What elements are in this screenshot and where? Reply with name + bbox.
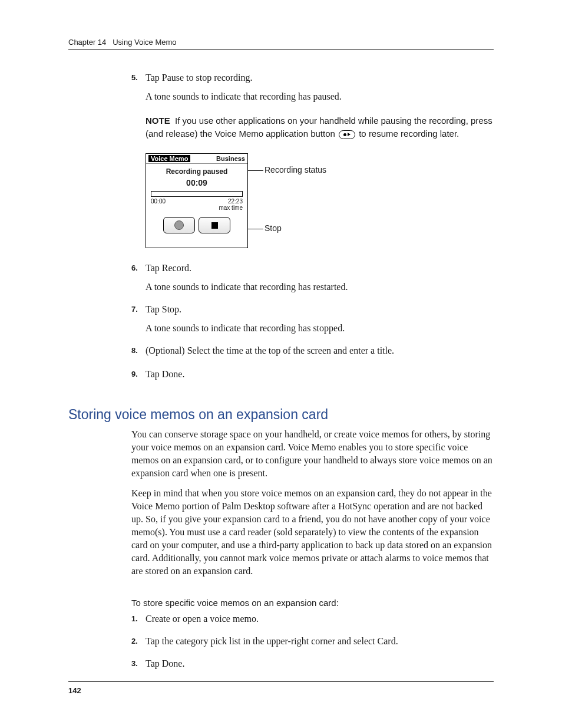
chapter-title: Using Voice Memo	[113, 38, 176, 47]
proc-step-2: 2. Tap the category pick list in the upp…	[131, 634, 494, 648]
step-number: 3.	[131, 657, 146, 671]
stop-icon	[211, 222, 218, 229]
category-picker: Business	[216, 155, 245, 162]
step-8: 8. (Optional) Select the time at the top…	[131, 344, 494, 358]
step-number: 8.	[131, 344, 146, 358]
recording-status-text: Recording paused	[146, 164, 247, 176]
device-screen: Voice Memo Business Recording paused 00:…	[146, 153, 248, 248]
step-number: 7.	[131, 302, 146, 317]
step-5-sub: A tone sounds to indicate that recording…	[146, 90, 494, 104]
step-text: Tap Pause to stop recording.	[146, 71, 494, 85]
section-heading: Storing voice memos on an expansion card	[68, 407, 328, 423]
step-7-sub: A tone sounds to indicate that recording…	[146, 321, 494, 335]
progress-bar	[151, 191, 243, 197]
stop-button	[199, 217, 230, 233]
footer-rule	[68, 681, 494, 682]
note-block: NOTE If you use other applications on yo…	[146, 114, 494, 140]
step-7: 7. Tap Stop.	[131, 302, 494, 317]
max-time: 22:23	[228, 198, 243, 205]
step-number: 2.	[131, 634, 146, 648]
proc-step-3: 3. Tap Done.	[131, 657, 494, 671]
step-6: 6. Tap Record.	[131, 261, 494, 275]
annotation-stop: Stop	[265, 223, 282, 233]
app-title: Voice Memo	[148, 155, 190, 162]
step-6-sub: A tone sounds to indicate that recording…	[146, 280, 494, 294]
step-text: Tap Done.	[146, 367, 494, 381]
record-button	[163, 217, 195, 233]
section-paragraph-2: Keep in mind that when you store voice m…	[131, 487, 494, 578]
chapter-label: Chapter 14	[68, 38, 106, 47]
voice-memo-button-icon	[339, 130, 355, 139]
start-time: 00:00	[151, 198, 166, 211]
voice-memo-screenshot: Voice Memo Business Recording paused 00:…	[146, 153, 494, 248]
section-paragraph-1: You can conserve storage space on your h…	[131, 428, 494, 480]
proc-step-1: 1. Create or open a voice memo.	[131, 612, 494, 626]
annotation-recording-status: Recording status	[265, 165, 326, 174]
step-text: (Optional) Select the time at the top of…	[146, 344, 494, 358]
step-text: Tap Stop.	[146, 302, 494, 317]
max-time-label: max time	[219, 205, 243, 211]
step-text: Create or open a voice memo.	[146, 612, 494, 626]
step-text: Tap Done.	[146, 657, 494, 671]
elapsed-time: 00:09	[146, 176, 247, 191]
step-number: 5.	[131, 71, 146, 85]
note-label: NOTE	[146, 116, 170, 126]
step-text: Tap the category pick list in the upper-…	[146, 634, 494, 648]
step-number: 9.	[131, 367, 146, 381]
step-number: 6.	[131, 261, 146, 275]
procedure-heading: To store specific voice memos on an expa…	[131, 598, 339, 608]
running-header: Chapter 14 Using Voice Memo	[68, 38, 177, 47]
step-9: 9. Tap Done.	[131, 367, 494, 381]
step-text: Tap Record.	[146, 261, 494, 275]
step-number: 1.	[131, 612, 146, 626]
record-icon	[174, 220, 184, 230]
page-number: 142	[68, 686, 81, 695]
note-text-after: to resume recording later.	[356, 129, 459, 139]
step-5: 5. Tap Pause to stop recording.	[131, 71, 494, 85]
header-rule	[68, 50, 494, 50]
